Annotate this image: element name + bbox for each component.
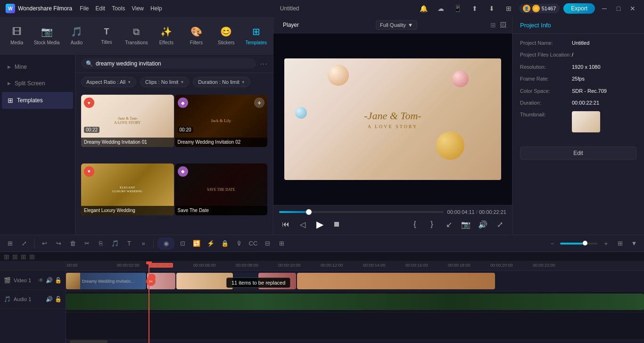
add-effect-track-btn[interactable]: ⊞ — [21, 253, 26, 261]
frame-back-button[interactable]: ◁ — [296, 218, 309, 231]
tl-delete-btn[interactable]: 🗑 — [66, 237, 79, 250]
clips-filter[interactable]: Clips : No limit ▼ — [140, 77, 189, 87]
tl-undo-btn[interactable]: ↩ — [38, 237, 50, 250]
menu-file[interactable]: File — [80, 5, 89, 12]
audio-track — [66, 292, 644, 312]
tl-captions-btn[interactable]: CC — [247, 237, 259, 250]
tl-more-btn[interactable]: » — [137, 237, 149, 250]
template-card-luxury[interactable]: ♥ Elegant Luxury Wedding — [81, 163, 174, 216]
template-card-wedding-02[interactable]: ◆ 00:20 + Dreamy Wedding Invitation 02 — [175, 95, 268, 147]
grid-view-icon[interactable]: ⊞ — [490, 21, 496, 29]
toolbar-templates[interactable]: ⊞ Templates — [241, 17, 271, 54]
quality-select[interactable]: Full Quality ▼ — [376, 20, 417, 30]
toolbar-stock[interactable]: 📷 Stock Media — [32, 17, 61, 54]
insert-button[interactable]: ↙ — [442, 218, 455, 231]
tl-speed-btn[interactable]: ⚡ — [205, 237, 217, 250]
tl-overlay-btn[interactable]: ⊞ — [275, 237, 288, 250]
tl-layout-btn[interactable]: ⊞ — [4, 237, 16, 250]
stop-button[interactable]: ⏹ — [330, 218, 343, 231]
duration-filter[interactable]: Duration : No limit ▼ — [193, 77, 250, 87]
sidebar-item-mine[interactable]: ▶ Mine — [2, 59, 73, 75]
phone-icon[interactable]: 📱 — [451, 2, 464, 15]
tl-grid-btn[interactable]: ⊞ — [614, 237, 626, 250]
add-audio-track-btn[interactable]: ⊞ — [12, 253, 18, 261]
snapshot-button[interactable]: 📷 — [459, 218, 472, 231]
toolbar-stickers[interactable]: 😊 Stickers — [211, 17, 241, 54]
menu-edit[interactable]: Edit — [96, 5, 106, 12]
edit-button[interactable]: Edit — [520, 147, 636, 160]
zoom-bar[interactable] — [560, 243, 598, 245]
tl-settings-btn[interactable]: ▼ — [628, 237, 640, 250]
search-more-icon[interactable]: ⋯ — [260, 59, 267, 68]
close-button[interactable]: ✕ — [627, 3, 638, 14]
maximize-button[interactable]: □ — [613, 3, 624, 14]
tl-text-btn[interactable]: T — [123, 237, 135, 250]
video-clip-tan[interactable] — [297, 273, 495, 289]
progress-bar[interactable] — [279, 211, 444, 213]
template-name-1: Dreamy Wedding Invitation 01 — [84, 139, 171, 145]
audio-volume-icon[interactable]: 🔊 — [46, 296, 53, 302]
export-button[interactable]: Export — [563, 3, 595, 14]
timeline-scrollbar[interactable] — [66, 339, 644, 343]
add-pip-track-btn[interactable]: ⊞ — [29, 253, 35, 261]
template-card-wedding-01[interactable]: ♥ 00:22 Dreamy Wedding Invitation 01 — [81, 95, 174, 147]
tl-select-btn[interactable]: ⤢ — [18, 237, 30, 250]
toolbar-audio[interactable]: 🎵 Audio — [62, 17, 91, 54]
zoom-in-btn[interactable]: ＋ — [600, 237, 612, 250]
aspect-ratio-filter[interactable]: Aspect Ratio : All ▼ — [81, 77, 136, 87]
apps-icon[interactable]: ⊞ — [502, 2, 515, 15]
notification-icon[interactable]: 🔔 — [417, 2, 430, 15]
toolbar-effects[interactable]: ✨ Effects — [151, 17, 181, 54]
rewind-button[interactable]: ⏮ — [279, 218, 292, 231]
tl-mic-btn[interactable]: 🎙 — [233, 237, 245, 250]
thumbnail-box — [572, 111, 600, 132]
mark-out-button[interactable]: } — [425, 218, 438, 231]
sidebar-item-templates[interactable]: ⊞ Templates — [2, 92, 73, 109]
video-lock-icon[interactable]: 🔓 — [55, 277, 62, 284]
audio-lock-icon[interactable]: 🔓 — [55, 296, 62, 302]
window-title: Untitled — [280, 5, 299, 12]
scrollbar-thumb[interactable] — [70, 340, 107, 343]
minimize-button[interactable]: ─ — [599, 3, 610, 14]
cloud-icon[interactable]: ☁ — [434, 2, 447, 15]
menu-tools[interactable]: Tools — [112, 5, 125, 12]
toolbar-media[interactable]: 🎞 Media — [2, 17, 32, 54]
video-eye-icon[interactable]: 👁 — [38, 277, 44, 284]
toolbar-titles[interactable]: T Titles — [91, 17, 121, 54]
add-video-track-btn[interactable]: ⊞ — [4, 253, 9, 261]
video-clip-floral[interactable] — [176, 273, 233, 289]
tl-toggle-btn[interactable]: ◉ — [157, 237, 174, 250]
sidebar-item-split-screen[interactable]: ▶ Split Screen — [2, 75, 73, 91]
audio-track-icon: 🎵 — [4, 296, 11, 302]
template-card-save-date[interactable]: ◆ Save The Date — [175, 163, 268, 216]
image-view-icon[interactable]: 🖼 — [500, 21, 506, 29]
download-icon[interactable]: ⬇ — [485, 2, 498, 15]
menu-help[interactable]: Help — [150, 5, 162, 12]
tl-redo-btn[interactable]: ↪ — [52, 237, 65, 250]
tl-copy-btn[interactable]: ⎘ — [95, 237, 107, 250]
mark-in-button[interactable]: { — [408, 218, 421, 231]
search-input[interactable] — [96, 60, 251, 67]
play-button[interactable]: ▶ — [313, 218, 326, 231]
video-clip-main[interactable]: Dreamy Wedding Invitatio... — [66, 273, 146, 289]
fullscreen-button[interactable]: ⤢ — [493, 218, 506, 231]
tl-lock-btn[interactable]: 🔒 — [219, 237, 231, 250]
video-volume-icon[interactable]: 🔊 — [46, 277, 53, 284]
tl-audio-btn[interactable]: 🎵 — [109, 237, 121, 250]
volume-button[interactable]: 🔊 — [476, 218, 489, 231]
tl-loop-btn[interactable]: 🔁 — [190, 237, 203, 250]
info-row-colorspace: Color Space: SDR - Rec.709 — [520, 88, 636, 95]
tl-clip-btn[interactable]: ⊡ — [176, 237, 189, 250]
toolbar-transitions[interactable]: ⧉ Transitions — [122, 17, 151, 54]
toolbar-filters[interactable]: 🎨 Filters — [182, 17, 211, 54]
player-tab[interactable]: Player — [279, 20, 303, 30]
media-icon: 🎞 — [12, 26, 22, 37]
ctrl-group-right: { } ↙ 📷 🔊 ⤢ — [408, 218, 506, 231]
tl-subtitle-btn[interactable]: ⊟ — [261, 237, 273, 250]
timeline-toolbar: ⊞ ⤢ ↩ ↪ 🗑 ✂ ⎘ 🎵 T » ◉ ⊡ 🔁 ⚡ 🔒 🎙 CC ⊟ ⊞ － — [0, 235, 644, 252]
share-icon[interactable]: ⬆ — [468, 2, 481, 15]
template-add-icon[interactable]: + — [254, 98, 264, 108]
menu-view[interactable]: View — [132, 5, 144, 12]
tl-cut-btn[interactable]: ✂ — [81, 237, 93, 250]
zoom-out-btn[interactable]: － — [546, 237, 558, 250]
